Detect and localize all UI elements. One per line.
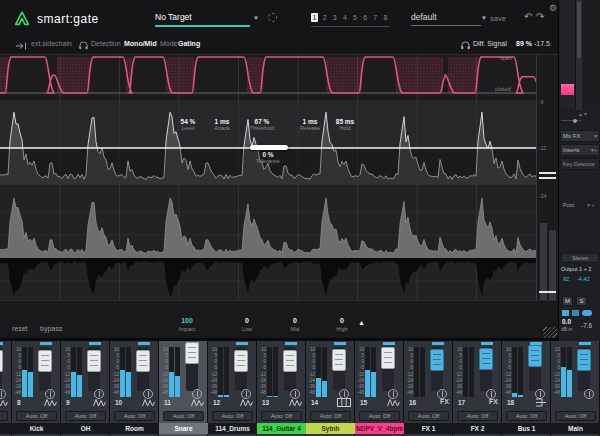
channel-name[interactable]: 114_Drums: [208, 423, 257, 434]
channel-name[interactable]: FX 2: [453, 423, 502, 434]
channel-strip[interactable]: 1050-5-12-24-36-48Auto: Off: [0, 341, 12, 436]
automation-button[interactable]: Auto: Off: [457, 411, 498, 421]
diff-headphones-icon[interactable]: [461, 41, 470, 51]
channel-strip-fx-1[interactable]: 1050-5-12-24-36-4816FXAuto: OffFX 1: [404, 341, 453, 436]
channel-fader[interactable]: [381, 347, 395, 369]
advanced-toggle-icon[interactable]: ▲: [358, 319, 365, 326]
redo-icon[interactable]: ↷: [536, 11, 544, 22]
scroll-arrows-icon[interactable]: ▲▼: [578, 111, 588, 117]
solo-button[interactable]: S: [576, 296, 587, 306]
channel-name[interactable]: Room: [110, 423, 159, 434]
slider-mid[interactable]: 0Mid: [291, 317, 300, 332]
automation-button[interactable]: Auto: Off: [65, 411, 106, 421]
selected-insert-pink[interactable]: [561, 84, 574, 95]
target-selector[interactable]: No Target: [155, 12, 250, 27]
detection-value[interactable]: Mono/Mid: [124, 40, 157, 47]
input-waveform-lane[interactable]: [0, 100, 536, 185]
channel-strip-sytnh[interactable]: 1050-5-12-24-36-4814Auto: OffSytnh: [306, 341, 355, 436]
preset-slot-7[interactable]: 7: [372, 13, 379, 22]
channel-fader[interactable]: [234, 350, 248, 372]
channel-name[interactable]: Snare: [159, 423, 208, 434]
preset-slot-4[interactable]: 4: [341, 13, 348, 22]
channel-strip-ndpv_v_4bpm[interactable]: 1050-5-12-24-36-4815Auto: OffNDPV_V_4bpm: [355, 341, 404, 436]
post-label[interactable]: Post: [563, 202, 574, 208]
channel-strip-room[interactable]: 1050-5-12-24-36-4810Auto: OffRoom: [110, 341, 159, 436]
preset-slot-2[interactable]: 2: [321, 13, 328, 22]
automation-button[interactable]: Auto: Off: [408, 411, 449, 421]
settings-gear-icon[interactable]: ⚙: [549, 3, 557, 13]
automation-button[interactable]: Auto: Off: [555, 411, 596, 421]
input-icon[interactable]: [582, 310, 592, 316]
slider-impact[interactable]: 100Impact: [179, 317, 196, 332]
target-dropdown-arrow-icon[interactable]: ▼: [253, 15, 259, 21]
param-release[interactable]: 1 msRelease: [300, 118, 320, 131]
param-hold[interactable]: 85 msHold: [336, 118, 354, 131]
gain-value[interactable]: 0.0: [562, 318, 571, 325]
key-detector-row[interactable]: Key Detector: [560, 158, 600, 170]
channel-strip-main[interactable]: 1050-5-12-24-36-48Auto: OffMain: [551, 341, 600, 436]
channel-strip-bus-1[interactable]: 1050-5-12-24-36-4818Auto: OffBus 1: [502, 341, 551, 436]
channel-fader[interactable]: [430, 349, 444, 371]
automation-button[interactable]: Auto: Off: [212, 411, 253, 421]
channel-fader[interactable]: [38, 350, 52, 372]
stereo-button[interactable]: Stereo: [561, 253, 599, 263]
channel-fader[interactable]: [577, 349, 591, 371]
preset-slot-6[interactable]: 6: [362, 13, 369, 22]
automation-button[interactable]: Auto: Off: [16, 411, 57, 421]
resize-grip[interactable]: [543, 327, 557, 338]
channel-strip-fx-2[interactable]: 1050-5-12-24-36-4817FXAuto: OffFX 2: [453, 341, 502, 436]
channel-strip-kick[interactable]: 1050-5-12-24-36-488Auto: OffKick: [12, 341, 61, 436]
channel-name[interactable]: [0, 423, 12, 434]
channel-name[interactable]: Sytnh: [306, 423, 355, 434]
undo-icon[interactable]: ↶: [524, 11, 532, 22]
inserts-row[interactable]: Inserts ▾+: [560, 144, 600, 156]
learn-button[interactable]: [268, 13, 277, 22]
automation-button[interactable]: Auto: Off: [310, 411, 351, 421]
automation-button[interactable]: Auto: Off: [0, 411, 8, 421]
zoom-slider[interactable]: [561, 120, 581, 121]
channel-name[interactable]: Bus 1: [502, 423, 551, 434]
preset-slot-1[interactable]: 1: [311, 13, 318, 22]
channel-fader[interactable]: [136, 350, 150, 372]
channel-fader[interactable]: [87, 350, 101, 372]
panel-scrollbar[interactable]: [576, 0, 582, 110]
slider-low[interactable]: 0Low: [242, 317, 252, 332]
bypass-button[interactable]: bypass: [40, 325, 62, 332]
param-threshold[interactable]: 67 %Threshold: [250, 118, 274, 131]
channel-name[interactable]: Main: [551, 423, 600, 434]
channel-strip-snare[interactable]: 1050-5-12-24-36-4811Auto: OffSnare: [159, 341, 208, 436]
monitor-icon[interactable]: [562, 310, 569, 316]
mode-value[interactable]: Gating: [178, 40, 200, 47]
channel-fader[interactable]: [185, 342, 199, 364]
slider-high[interactable]: 0High: [336, 317, 347, 332]
channel-fader[interactable]: [283, 350, 297, 372]
param-attack[interactable]: 1 msAttack: [214, 118, 229, 131]
reset-button[interactable]: reset: [12, 325, 28, 332]
channel-strip-114_drums[interactable]: 1050-5-12-24-36-4812Auto: Off114_Drums: [208, 341, 257, 436]
channel-strip-114_guitar-4[interactable]: 1050-5-12-24-36-4813Auto: Off114_Guitar …: [257, 341, 306, 436]
channel-fader[interactable]: [479, 348, 493, 370]
automation-button[interactable]: Auto: Off: [114, 411, 155, 421]
param-level[interactable]: 54 %Level: [181, 118, 196, 131]
automation-button[interactable]: Auto: Off: [506, 411, 547, 421]
output-routing[interactable]: Output 1 + 2: [561, 266, 591, 272]
channel-name[interactable]: Kick: [12, 423, 61, 434]
mute-button[interactable]: M: [562, 296, 573, 306]
pan-knob[interactable]: [584, 389, 594, 399]
preset-slot-8[interactable]: 8: [382, 13, 389, 22]
channel-fader[interactable]: [0, 350, 3, 372]
param-tolerance[interactable]: 0 %Tolerance: [256, 151, 280, 164]
automation-button[interactable]: Auto: Off: [359, 411, 400, 421]
channel-name[interactable]: FX 1: [404, 423, 453, 434]
channel-strip-oh[interactable]: 1050-5-12-24-36-489Auto: OffOH: [61, 341, 110, 436]
preset-dropdown-arrow-icon[interactable]: ▼: [481, 15, 487, 21]
automation-button[interactable]: Auto: Off: [261, 411, 302, 421]
record-icon[interactable]: [572, 310, 579, 316]
threshold-handle[interactable]: [250, 145, 288, 150]
preset-slot-5[interactable]: 5: [352, 13, 359, 22]
channel-fader[interactable]: [332, 349, 346, 371]
zoom-slider-knob[interactable]: [573, 119, 577, 123]
preset-name-selector[interactable]: default: [411, 12, 481, 26]
save-button[interactable]: save: [490, 14, 506, 23]
preset-slot-3[interactable]: 3: [331, 13, 338, 22]
